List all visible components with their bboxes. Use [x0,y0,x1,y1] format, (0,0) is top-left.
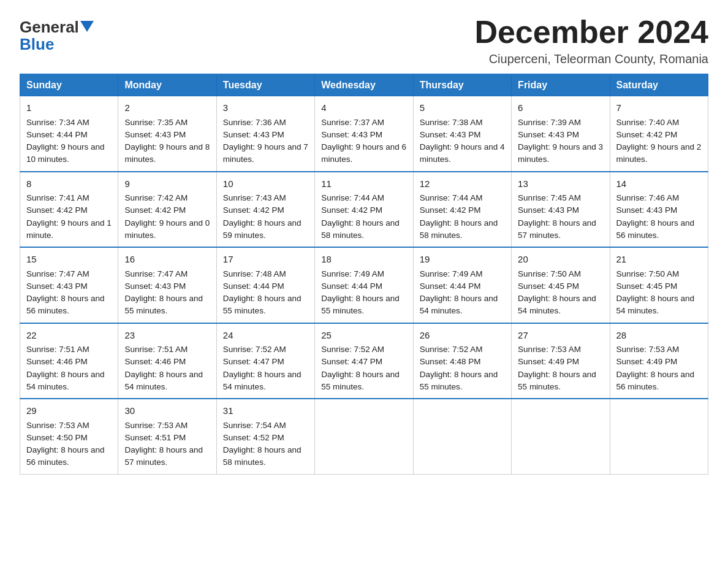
table-row: 16 Sunrise: 7:47 AM Sunset: 4:43 PM Dayl… [118,247,216,323]
day-number: 30 [124,404,210,418]
logo-arrow-icon [80,21,94,32]
table-row: 7 Sunrise: 7:40 AM Sunset: 4:42 PM Dayli… [610,96,708,172]
day-number: 13 [518,177,603,191]
day-number: 7 [616,101,702,115]
title-block: December 2024 Ciuperceni, Teleorman Coun… [474,15,708,66]
col-sunday: Sunday [20,74,118,96]
daylight-label: Daylight: 9 hours and 2 minutes. [616,142,702,164]
sunset-label: Sunset: 4:43 PM [124,130,186,139]
sunrise-label: Sunrise: 7:49 AM [321,269,384,278]
daylight-label: Daylight: 8 hours and 58 minutes. [321,218,400,240]
sunrise-label: Sunrise: 7:38 AM [420,118,483,127]
calendar-week-row: 22 Sunrise: 7:51 AM Sunset: 4:46 PM Dayl… [20,323,708,399]
sunrise-label: Sunrise: 7:52 AM [420,345,483,354]
sunrise-label: Sunrise: 7:34 AM [26,118,89,127]
table-row: 28 Sunrise: 7:53 AM Sunset: 4:49 PM Dayl… [610,323,708,399]
daylight-label: Daylight: 9 hours and 6 minutes. [321,142,406,164]
sunset-label: Sunset: 4:46 PM [124,357,186,366]
logo: General Blue [20,17,94,54]
sunrise-label: Sunrise: 7:51 AM [124,345,188,354]
daylight-label: Daylight: 9 hours and 1 minute. [26,218,112,240]
sunrise-label: Sunrise: 7:53 AM [616,345,680,354]
sunrise-label: Sunrise: 7:44 AM [321,193,384,202]
day-number: 24 [223,329,308,343]
sunrise-label: Sunrise: 7:47 AM [124,269,188,278]
table-row [315,399,413,474]
page-header: General Blue December 2024 Ciuperceni, T… [20,15,708,66]
day-number: 2 [124,101,210,115]
sunrise-label: Sunrise: 7:39 AM [518,118,581,127]
sunrise-label: Sunrise: 7:35 AM [124,118,188,127]
daylight-label: Daylight: 8 hours and 58 minutes. [223,445,301,467]
location-title: Ciuperceni, Teleorman County, Romania [474,52,708,66]
day-number: 16 [124,253,210,267]
sunrise-label: Sunrise: 7:50 AM [616,269,680,278]
sunrise-label: Sunrise: 7:50 AM [518,269,581,278]
table-row: 20 Sunrise: 7:50 AM Sunset: 4:45 PM Dayl… [512,247,610,323]
table-row: 30 Sunrise: 7:53 AM Sunset: 4:51 PM Dayl… [118,399,216,474]
day-number: 18 [321,253,406,267]
sunrise-label: Sunrise: 7:52 AM [321,345,384,354]
daylight-label: Daylight: 8 hours and 59 minutes. [223,218,301,240]
table-row: 27 Sunrise: 7:53 AM Sunset: 4:49 PM Dayl… [512,323,610,399]
daylight-label: Daylight: 9 hours and 8 minutes. [124,142,210,164]
calendar-week-row: 8 Sunrise: 7:41 AM Sunset: 4:42 PM Dayli… [20,172,708,248]
daylight-label: Daylight: 8 hours and 55 minutes. [321,294,400,315]
table-row [413,399,511,474]
daylight-label: Daylight: 8 hours and 54 minutes. [616,294,695,315]
sunset-label: Sunset: 4:42 PM [420,205,481,215]
col-friday: Friday [512,74,610,96]
sunset-label: Sunset: 4:44 PM [26,130,88,139]
daylight-label: Daylight: 9 hours and 7 minutes. [223,142,308,164]
calendar-week-row: 15 Sunrise: 7:47 AM Sunset: 4:43 PM Dayl… [20,247,708,323]
sunset-label: Sunset: 4:46 PM [26,357,88,366]
day-number: 31 [223,404,308,418]
sunrise-label: Sunrise: 7:43 AM [223,193,286,202]
sunset-label: Sunset: 4:50 PM [26,433,88,442]
table-row [610,399,708,474]
day-number: 26 [420,329,505,343]
col-monday: Monday [118,74,216,96]
day-number: 5 [420,101,505,115]
daylight-label: Daylight: 8 hours and 57 minutes. [518,218,596,240]
sunset-label: Sunset: 4:43 PM [26,282,88,291]
sunrise-label: Sunrise: 7:40 AM [616,118,680,127]
table-row: 25 Sunrise: 7:52 AM Sunset: 4:47 PM Dayl… [315,323,413,399]
table-row: 18 Sunrise: 7:49 AM Sunset: 4:44 PM Dayl… [315,247,413,323]
daylight-label: Daylight: 8 hours and 54 minutes. [26,370,105,391]
sunrise-label: Sunrise: 7:46 AM [616,193,680,202]
sunrise-label: Sunrise: 7:37 AM [321,118,384,127]
day-number: 19 [420,253,505,267]
sunset-label: Sunset: 4:44 PM [321,282,382,291]
sunset-label: Sunset: 4:49 PM [518,357,579,366]
table-row [512,399,610,474]
daylight-label: Daylight: 8 hours and 55 minutes. [321,370,400,391]
col-wednesday: Wednesday [315,74,413,96]
day-number: 15 [26,253,112,267]
day-number: 29 [26,404,112,418]
sunrise-label: Sunrise: 7:53 AM [26,421,89,430]
table-row: 15 Sunrise: 7:47 AM Sunset: 4:43 PM Dayl… [20,247,118,323]
day-number: 8 [26,177,112,191]
table-row: 12 Sunrise: 7:44 AM Sunset: 4:42 PM Dayl… [413,172,511,248]
sunrise-label: Sunrise: 7:47 AM [26,269,89,278]
calendar-header-row: Sunday Monday Tuesday Wednesday Thursday… [20,74,708,96]
daylight-label: Daylight: 8 hours and 54 minutes. [124,370,203,391]
sunrise-label: Sunrise: 7:44 AM [420,193,483,202]
sunset-label: Sunset: 4:42 PM [124,205,186,215]
daylight-label: Daylight: 8 hours and 58 minutes. [420,218,498,240]
sunset-label: Sunset: 4:43 PM [616,205,678,215]
day-number: 23 [124,329,210,343]
day-number: 17 [223,253,308,267]
daylight-label: Daylight: 8 hours and 55 minutes. [518,370,596,391]
table-row: 1 Sunrise: 7:34 AM Sunset: 4:44 PM Dayli… [20,96,118,172]
daylight-label: Daylight: 8 hours and 54 minutes. [223,370,301,391]
table-row: 4 Sunrise: 7:37 AM Sunset: 4:43 PM Dayli… [315,96,413,172]
table-row: 22 Sunrise: 7:51 AM Sunset: 4:46 PM Dayl… [20,323,118,399]
sunset-label: Sunset: 4:42 PM [26,205,88,215]
table-row: 19 Sunrise: 7:49 AM Sunset: 4:44 PM Dayl… [413,247,511,323]
daylight-label: Daylight: 9 hours and 3 minutes. [518,142,603,164]
daylight-label: Daylight: 8 hours and 57 minutes. [124,445,203,467]
table-row: 29 Sunrise: 7:53 AM Sunset: 4:50 PM Dayl… [20,399,118,474]
sunrise-label: Sunrise: 7:51 AM [26,345,89,354]
